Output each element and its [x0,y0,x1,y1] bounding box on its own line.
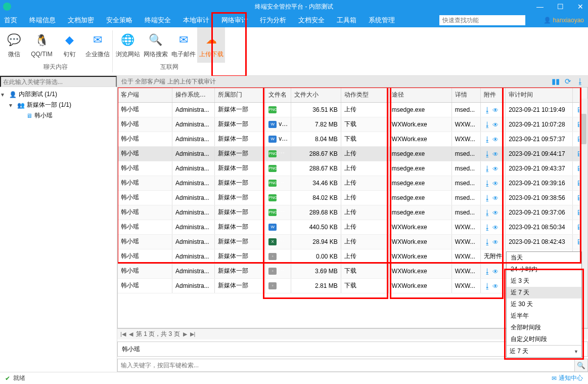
detail-search-button[interactable]: 🔍 [575,359,588,372]
ribbon-icon: ◆ [62,32,78,48]
pager-prev[interactable]: ◀ [129,331,133,337]
view-icon[interactable]: 👁 [492,151,499,158]
ribbon-微信[interactable]: 💬微信 [0,27,28,63]
tree-node-0[interactable]: ▾👤内部测试 (1/1) [1,89,116,100]
view-icon[interactable]: 👁 [492,283,499,290]
time-option-1[interactable]: 24 小时内 [507,264,581,275]
menu-8[interactable]: 文档安全 [298,16,325,25]
table-row[interactable]: 韩小瑶Administra...新媒体一部PNG蓝...36.51 KB上传ms… [118,102,587,117]
table-row[interactable]: 韩小瑶Administra...新媒体一部PNG蓝...289.68 KB上传m… [118,205,587,220]
download-icon[interactable]: ⭳ [484,120,491,129]
download-icon[interactable]: ⭳ [484,282,491,290]
view-icon[interactable]: 👁 [492,209,499,217]
tree-node-1[interactable]: ▾👥新媒体一部 (1/1) [1,100,116,110]
minimize-button[interactable]: — [535,3,545,11]
time-option-4[interactable]: 近 30 天 [507,298,581,310]
ribbon-QQ/TIM[interactable]: 🐧QQ/TIM [28,27,56,63]
download-icon[interactable]: ⭳ [484,135,491,143]
view-icon[interactable]: 👁 [492,180,499,187]
time-option-5[interactable]: 近半年 [507,310,581,322]
notification-center[interactable]: 通知中心 [559,374,583,382]
table-row[interactable]: 韩小瑶Administra...新媒体一部W内...440.50 KB上传WXW… [118,220,587,234]
download-icon[interactable]: ⭳ [484,150,491,158]
titlebar: 终端安全管控平台 - 内部测试 — ☐ ✕ [0,0,588,13]
download-icon[interactable]: ⭳ [484,238,491,246]
view-icon[interactable]: 👁 [492,195,499,202]
col-0[interactable]: 客户端 [118,88,172,102]
table-row[interactable]: 韩小瑶Administra...新媒体一部Wvi...7.82 MB下载WXWo… [118,117,587,132]
ribbon-上传下载[interactable]: ☁上传下载 [197,27,225,63]
menu-3[interactable]: 安全策略 [106,16,132,25]
table-row[interactable]: 韩小瑶Administra...新媒体一部PNG蓝...288.67 KB上传m… [118,146,587,161]
view-icon[interactable]: 👁 [492,165,499,173]
tree-node-2[interactable]: 🖥韩小瑶 [1,110,116,121]
breadcrumb: 位于 全部客户端 上的上传下载审计 ▮▮ ⟳ ⭳ [117,76,588,87]
current-user[interactable]: hanxiaoyao [544,17,584,24]
download-icon[interactable]: ⭳ [484,106,491,114]
col-2[interactable]: 所属部门 [214,88,265,102]
export-icon[interactable]: ⭳ [576,77,584,86]
col-8[interactable]: 附件 [481,88,506,102]
table-row[interactable]: 韩小瑶Administra...新媒体一部PNG蓝...288.67 KB上传m… [118,161,587,176]
view-icon[interactable]: 👁 [492,107,499,114]
refresh-icon[interactable]: ⟳ [565,77,571,86]
view-icon[interactable]: 👁 [492,121,499,129]
download-icon[interactable]: ⭳ [484,194,491,202]
sidebar-filter-input[interactable] [0,76,117,87]
col-3[interactable]: 文件名 [265,88,291,102]
table-row[interactable]: 韩小瑶Administra...新媒体一部PNG06...34.46 KB上传m… [118,176,587,190]
menu-7[interactable]: 行为分析 [260,16,286,25]
view-icon[interactable]: 👁 [492,239,499,246]
menu-6[interactable]: 网络审计 [221,16,248,25]
maximize-button[interactable]: ☐ [556,3,565,11]
ribbon-浏览网站[interactable]: 🌐浏览网站 [114,27,142,63]
close-button[interactable]: ✕ [576,3,585,11]
detail-search-input[interactable] [117,359,575,372]
ribbon-label: 上传下载 [199,50,223,59]
col-5[interactable]: 动作类型 [341,88,388,102]
view-icon[interactable]: 👁 [492,136,499,143]
col-7[interactable]: 详情 [451,88,480,102]
col-4[interactable]: 文件大小 [291,88,341,102]
table-row[interactable]: 韩小瑶Administra...新媒体一部Wvi...8.04 MB下载WXWo… [118,132,587,146]
time-option-7[interactable]: 自定义时间段 [507,333,581,345]
download-icon[interactable]: ⭳ [484,179,491,187]
time-option-6[interactable]: 全部时间段 [507,322,581,333]
menu-10[interactable]: 系统管理 [369,16,395,25]
ribbon-电子邮件[interactable]: ✉电子邮件 [169,27,197,63]
ribbon-钉钉[interactable]: ◆钉钉 [56,27,83,63]
menubar: 首页终端信息文档加密安全策略终端安全本地审计网络审计行为分析文档安全工具箱系统管… [0,13,588,27]
menu-5[interactable]: 本地审计 [183,16,209,25]
time-range-combo[interactable]: 近 7 天 [507,345,581,357]
ribbon-icon: 🐧 [34,32,50,49]
columns-icon[interactable]: ▮▮ [552,77,560,86]
menu-1[interactable]: 终端信息 [29,16,56,25]
view-icon[interactable]: 👁 [492,268,499,275]
download-icon[interactable]: ⭳ [484,208,491,217]
table-row[interactable]: 韩小瑶Administra...新媒体一部X终...28.94 KB上传WXWo… [118,234,587,249]
status-text: 就绪 [13,374,25,382]
pager-first[interactable]: |◀ [120,331,126,337]
time-option-3[interactable]: 近 7 天 [507,287,581,298]
download-icon[interactable]: ⭳ [484,267,491,275]
download-icon[interactable]: ⭳ [484,223,491,231]
view-icon[interactable]: 👁 [492,224,499,231]
table-row[interactable]: 韩小瑶Administra...新媒体一部PNG02...84.02 KB上传m… [118,190,587,205]
col-1[interactable]: 操作系统账户 [172,88,214,102]
pager-next[interactable]: ▶ [183,331,187,337]
time-option-0[interactable]: 当天 [507,252,581,264]
menu-4[interactable]: 终端安全 [145,16,171,25]
menu-2[interactable]: 文档加密 [68,16,94,25]
download-icon[interactable]: ⭳ [484,164,491,173]
col-6[interactable]: 途径 [388,88,451,102]
time-option-2[interactable]: 近 3 天 [507,275,581,287]
menu-search-input[interactable] [439,15,525,25]
menu-9[interactable]: 工具箱 [337,16,356,25]
menu-0[interactable]: 首页 [4,16,17,25]
col-9[interactable]: 审计时间 [506,88,573,102]
ribbon-网络搜索[interactable]: 🔍网络搜索 [142,27,169,63]
ribbon-企业微信[interactable]: ✉企业微信 [83,27,111,63]
mail-icon[interactable]: ✉ [552,375,557,382]
pager-last[interactable]: ▶| [190,331,196,337]
ribbon: 💬微信🐧QQ/TIM◆钉钉✉企业微信聊天内容🌐浏览网站🔍网络搜索✉电子邮件☁上传… [0,27,588,76]
